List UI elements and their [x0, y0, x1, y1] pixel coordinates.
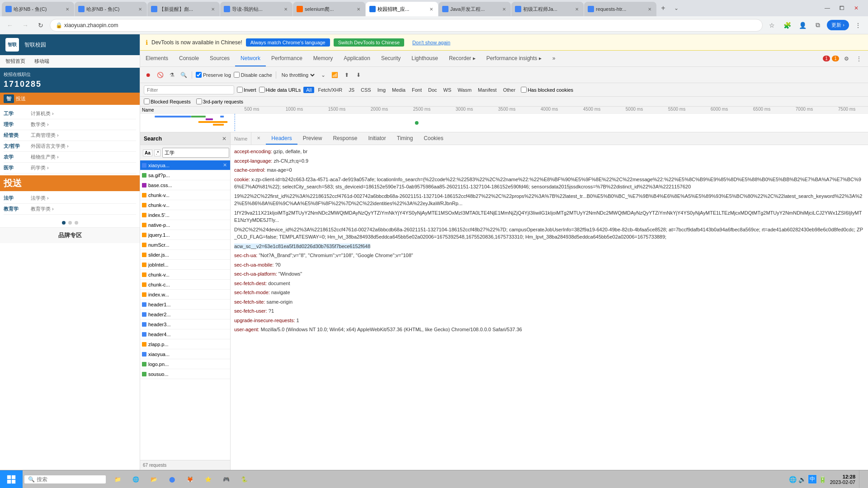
dont-show-again-button[interactable]: Don't show again	[408, 38, 455, 47]
req-row-chunk-c[interactable]: chunk-c...	[140, 280, 230, 290]
pagination-dot-2[interactable]	[68, 221, 72, 225]
filter-icon[interactable]: ⚗	[167, 70, 176, 80]
tab-4[interactable]: 导读-我的钻... ✕	[220, 2, 292, 16]
cat-gongxue[interactable]: 工学 计算机类 ›	[4, 108, 136, 119]
cat-lixue[interactable]: 理学 数学类 ›	[4, 119, 136, 130]
detail-response-tab[interactable]: Response	[327, 132, 363, 145]
disable-cache-checkbox[interactable]	[234, 72, 240, 78]
filter-manifest[interactable]: Manifest	[475, 87, 500, 93]
detail-name-close[interactable]: ✕	[251, 132, 266, 145]
filter-ws[interactable]: WS	[441, 87, 454, 93]
dt-tab-perf-insights[interactable]: Performance insights ▸	[481, 51, 547, 66]
req-row-index-w[interactable]: index.w...	[140, 290, 230, 300]
req-row-native[interactable]: native-p...	[140, 220, 230, 230]
tray-network-icon[interactable]: 🌐	[789, 476, 797, 483]
pagination-dot-3[interactable]	[75, 221, 78, 225]
dt-tab-console[interactable]: Console	[174, 51, 204, 66]
blocked-requests-checkbox[interactable]	[144, 99, 150, 104]
tab-7[interactable]: Java开发工程... ✕	[439, 2, 511, 16]
tab-4-close[interactable]: ✕	[283, 6, 289, 12]
tab-8-close[interactable]: ✕	[574, 6, 580, 12]
invert-checkbox[interactable]	[237, 87, 243, 93]
req-row-header4[interactable]: header4...	[140, 329, 230, 339]
taskbar-folder[interactable]: 📂	[146, 471, 162, 488]
search-regex-button[interactable]: .*	[154, 150, 161, 156]
tab-2[interactable]: 哈岁NB - 鱼(C) ✕	[75, 2, 147, 16]
detail-initiator-tab[interactable]: Initiator	[363, 132, 391, 145]
bookmark-button[interactable]: ☆	[765, 19, 778, 32]
req-row-chunk-v-3[interactable]: chunk-v...	[140, 190, 230, 200]
req-row-sa-gif[interactable]: sa.gif?p...	[140, 170, 230, 180]
dt-tab-sources[interactable]: Sources	[204, 51, 235, 66]
hide-data-urls-label[interactable]: Hide data URLs	[259, 87, 301, 93]
detail-preview-tab[interactable]: Preview	[297, 132, 328, 145]
tab-9[interactable]: requests-htr... ✕	[584, 2, 656, 16]
download-icon[interactable]: ⬇	[354, 70, 363, 80]
taskbar-search[interactable]: 🔍	[24, 475, 106, 483]
filter-wasm[interactable]: Wasm	[455, 87, 474, 93]
has-blocked-cookies-label[interactable]: Has blocked cookies	[521, 87, 573, 93]
show-desktop-button[interactable]	[859, 470, 868, 488]
req-row-header3[interactable]: header3...	[140, 319, 230, 329]
reload-button[interactable]: ↻	[34, 19, 47, 32]
tab-7-close[interactable]: ✕	[501, 6, 507, 12]
tab-6-close[interactable]: ✕	[428, 6, 434, 12]
filter-css[interactable]: CSS	[358, 87, 374, 93]
dt-tab-memory[interactable]: Memory	[308, 51, 338, 66]
tab-5-close[interactable]: ✕	[355, 6, 362, 12]
maximize-btn[interactable]: ⧠	[835, 2, 848, 14]
tab-9-close[interactable]: ✕	[646, 6, 653, 12]
dt-tab-elements[interactable]: Elements	[140, 51, 174, 66]
tab-3-close[interactable]: ✕	[210, 6, 216, 12]
taskbar-star[interactable]: ⭐	[200, 471, 216, 488]
tab-2-close[interactable]: ✕	[137, 6, 143, 12]
filter-doc[interactable]: Doc	[425, 87, 440, 93]
extensions-button[interactable]: 🧩	[781, 19, 793, 32]
req-row-close-0[interactable]: ✕	[223, 162, 228, 168]
tab-3[interactable]: 【新提醒】彪... ✕	[147, 2, 220, 16]
cat-faxue[interactable]: 法学 法学类 ›	[4, 193, 136, 204]
dt-tab-performance[interactable]: Performance	[266, 51, 308, 66]
hide-data-urls-checkbox[interactable]	[259, 87, 265, 93]
req-row-chunk-v-4[interactable]: chunk-v...	[140, 200, 230, 210]
minimize-btn[interactable]: —	[821, 2, 834, 14]
wp-nav-mobile[interactable]: 移动端	[33, 57, 51, 66]
detail-name-tab[interactable]: Name	[231, 132, 251, 145]
preserve-log-checkbox[interactable]	[196, 72, 202, 78]
cat-nongxue[interactable]: 农学 植物生产类 ›	[4, 152, 136, 163]
blocked-requests-label[interactable]: Blocked Requests	[144, 99, 191, 104]
taskbar-pycharm[interactable]: 🐍	[236, 471, 252, 488]
switch-to-chinese-button[interactable]: Switch DevTools to Chinese	[334, 38, 404, 47]
detail-headers-tab[interactable]: Headers	[266, 132, 297, 145]
third-party-checkbox[interactable]	[196, 99, 202, 104]
taskbar-search-input[interactable]	[37, 476, 91, 483]
tab-list-button[interactable]: ⌄	[670, 2, 683, 14]
filter-js[interactable]: JS	[346, 87, 357, 93]
cat-wenzhe[interactable]: 文/哲学 外国语言文学类 ›	[4, 141, 136, 152]
dt-tab-application[interactable]: Application	[338, 51, 376, 66]
disable-cache-label[interactable]: Disable cache	[234, 72, 272, 78]
dt-tab-security[interactable]: Security	[376, 51, 406, 66]
devtools-more-button[interactable]: ⋮	[854, 53, 864, 64]
search-aa-button[interactable]: Aa	[143, 150, 152, 156]
req-row-header1[interactable]: header1...	[140, 300, 230, 310]
devtools-settings-button[interactable]: ⚙	[841, 53, 852, 64]
dt-tab-network[interactable]: Network	[235, 51, 266, 66]
req-row-zlapp[interactable]: zlapp.p...	[140, 339, 230, 349]
update-button[interactable]: 更新 ›	[827, 20, 849, 30]
taskbar-firefox[interactable]: 🦊	[182, 471, 198, 488]
filter-font[interactable]: Font	[409, 87, 425, 93]
filter-all[interactable]: All	[303, 87, 314, 93]
detail-timing-tab[interactable]: Timing	[392, 132, 419, 145]
taskbar-chrome[interactable]: ⬤	[164, 471, 180, 488]
search-input[interactable]	[162, 148, 229, 158]
filter-img[interactable]: Img	[375, 87, 388, 93]
has-blocked-cookies-checkbox[interactable]	[521, 87, 527, 93]
tab-1[interactable]: 哈岁NB - 鱼(C) ✕	[2, 2, 74, 16]
preserve-log-label[interactable]: Preserve log	[196, 72, 231, 78]
match-language-button[interactable]: Always match Chrome's language	[246, 38, 330, 47]
search-panel-close[interactable]: ✕	[222, 136, 226, 142]
new-tab-button[interactable]: +	[657, 2, 670, 14]
dt-tab-more[interactable]: »	[547, 51, 561, 66]
cat-yixue[interactable]: 医学 药学类 ›	[4, 163, 136, 174]
